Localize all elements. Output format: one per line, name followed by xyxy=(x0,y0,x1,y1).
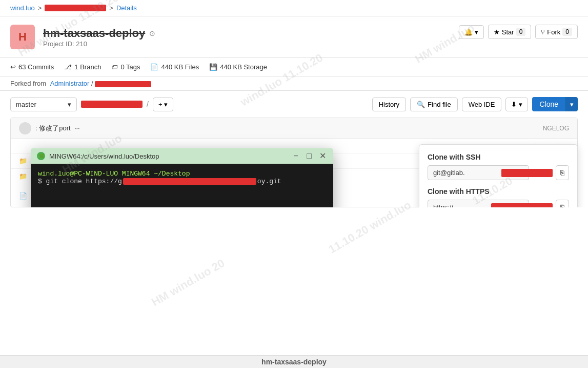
find-file-button[interactable]: 🔍 Find file xyxy=(410,98,458,111)
clone-ssh-copy-button[interactable]: ⎘ xyxy=(556,165,569,180)
history-button[interactable]: History xyxy=(372,98,406,111)
commit-icon: ↩ xyxy=(10,63,16,71)
terminal-cmd-redacted xyxy=(123,178,256,185)
web-ide-button[interactable]: Web IDE xyxy=(462,98,502,111)
file-list-header: : 修改了port ··· NGELOG xyxy=(11,118,577,139)
breadcrumb-repo-redacted xyxy=(45,5,106,11)
fork-source-user[interactable]: Administrator xyxy=(50,80,90,87)
repo-toolbar: master ▾ / + ▾ History 🔍 Find file Web I… xyxy=(0,91,588,118)
commit-message: : 修改了port ··· xyxy=(35,124,539,133)
project-avatar: H xyxy=(10,25,35,49)
files-icon: 📄 xyxy=(150,63,158,71)
branch-path-redacted xyxy=(81,101,143,108)
terminal-dollar: $ git clone https://g xyxy=(38,178,122,185)
branch-label: master xyxy=(16,101,36,108)
star-label: Star xyxy=(502,28,514,36)
terminal-minimize-button[interactable]: − xyxy=(291,151,300,161)
breadcrumb: wind.luo > > Details xyxy=(0,0,588,16)
branch-selector[interactable]: master ▾ xyxy=(10,98,77,111)
tags-stat[interactable]: 🏷 0 Tags xyxy=(111,63,140,71)
star-count: 0 xyxy=(516,28,526,36)
files-stat[interactable]: 📄 440 KB Files xyxy=(150,63,199,71)
file-icon3: 📄 xyxy=(19,192,27,200)
fork-button[interactable]: ⑂ Fork 0 xyxy=(535,25,578,39)
notify-caret: ▾ xyxy=(475,28,478,36)
plus-button[interactable]: + ▾ xyxy=(153,98,174,111)
clone-https-copy-button[interactable]: ⎘ xyxy=(556,200,569,207)
tag-icon: 🏷 xyxy=(111,63,118,71)
terminal-title: MINGW64:/c/Users/wind.luo/Desktop xyxy=(49,152,159,160)
copy-icon: ⎘ xyxy=(560,169,564,177)
notify-button[interactable]: 🔔 ▾ xyxy=(459,25,484,39)
clone-ssh-input-redacted xyxy=(501,169,553,177)
clone-https-input-redacted xyxy=(491,203,553,208)
clone-dropdown: Clone with SSH ⎘ Clone with HTTPS ⎘ xyxy=(419,144,578,207)
terminal-window: 🌿 MINGW64:/c/Users/wind.luo/Desktop − □ … xyxy=(31,148,333,207)
fork-repo-redacted xyxy=(95,81,151,87)
terminal-app-icon: 🌿 xyxy=(37,152,45,160)
chevron-down-icon2: ▾ xyxy=(164,101,168,108)
chevron-down-icon3: ▾ xyxy=(519,101,522,108)
terminal-command-line: $ git clone https://g oy.git ← xyxy=(38,178,326,185)
search-icon: 🔍 xyxy=(417,101,425,108)
branch-icon: ⎇ xyxy=(64,63,72,71)
breadcrumb-separator2: > xyxy=(109,4,113,12)
star-icon: ★ xyxy=(494,28,500,36)
folder-icon: 📁 xyxy=(19,157,27,165)
copy-icon2: ⎘ xyxy=(560,203,564,207)
commit-avatar xyxy=(19,122,31,134)
fork-icon: ⑂ xyxy=(541,28,545,36)
changelog-label: NGELOG xyxy=(543,125,569,132)
clone-main-button[interactable]: Clone xyxy=(532,97,565,111)
fork-label: Fork xyxy=(547,28,560,36)
terminal-cmd-suffix: oy.git xyxy=(257,178,281,185)
bell-icon: 🔔 xyxy=(464,28,473,36)
clone-ssh-title: Clone with SSH xyxy=(428,153,569,161)
download-icon: ⬇ xyxy=(511,101,517,108)
project-id: Project ID: 210 xyxy=(43,40,155,48)
terminal-body: wind.luo@PC-WIND-LUO MINGW64 ~/Desktop $… xyxy=(31,164,333,207)
globe-icon: ⊙ xyxy=(149,29,155,37)
branches-stat[interactable]: ⎇ 1 Branch xyxy=(64,63,101,71)
star-button[interactable]: ★ Star 0 xyxy=(488,25,532,39)
forked-from-bar: Forked from Administrator / xyxy=(0,76,588,91)
terminal-maximize-button[interactable]: □ xyxy=(305,151,314,161)
terminal-prompt-line: wind.luo@PC-WIND-LUO MINGW64 ~/Desktop xyxy=(38,170,326,178)
download-button[interactable]: ⬇ ▾ xyxy=(505,98,528,111)
main-content: : 修改了port ··· NGELOG Last update 📁 2 wee… xyxy=(0,118,588,207)
clone-https-title: Clone with HTTPS xyxy=(428,187,569,196)
chevron-down-icon: ▾ xyxy=(68,101,71,108)
clone-caret-button[interactable]: ▾ xyxy=(565,97,578,111)
breadcrumb-details[interactable]: Details xyxy=(116,4,137,12)
stats-bar: ↩ 63 Commits ⎇ 1 Branch 🏷 0 Tags 📄 440 K… xyxy=(0,58,588,76)
terminal-path-text: wind.luo@PC-WIND-LUO MINGW64 ~/Desktop xyxy=(38,170,190,178)
folder-icon2: 📁 xyxy=(19,172,27,180)
project-title: hm-taxsaas-deploy xyxy=(43,27,145,40)
project-header: H hm-taxsaas-deploy ⊙ Project ID: 210 🔔 … xyxy=(0,16,588,58)
breadcrumb-user[interactable]: wind.luo xyxy=(10,4,35,12)
commits-stat[interactable]: ↩ 63 Commits xyxy=(10,63,54,71)
terminal-titlebar: 🌿 MINGW64:/c/Users/wind.luo/Desktop − □ … xyxy=(31,148,333,164)
breadcrumb-separator: > xyxy=(38,4,42,12)
storage-stat[interactable]: 💾 440 KB Storage xyxy=(209,63,267,71)
storage-icon: 💾 xyxy=(209,63,217,71)
terminal-close-button[interactable]: ✕ xyxy=(318,151,327,161)
fork-count: 0 xyxy=(562,28,572,36)
